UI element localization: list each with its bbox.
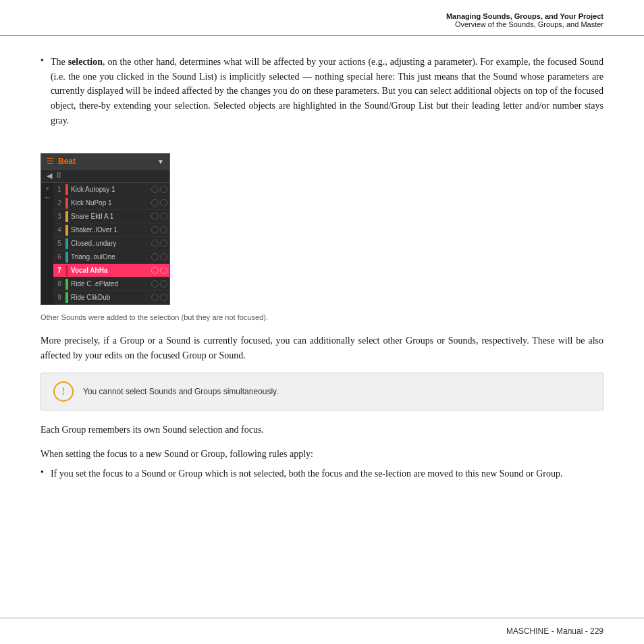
sound-name-1: Kick Autopsy 1 <box>71 186 151 193</box>
bullet1-text: The selection, on the other hand, determ… <box>51 55 603 128</box>
row-icons-8 <box>151 280 167 288</box>
solo-icon-1 <box>160 186 167 193</box>
row-icons-1 <box>151 186 167 193</box>
para2: Each Group remembers its own Sound selec… <box>41 423 603 437</box>
para1: More precisely, if a Group or a Sound is… <box>41 333 603 363</box>
wave-icon: 〜 <box>45 194 50 202</box>
sound-row-4[interactable]: 4 Shaker..lOver 1 <box>53 223 169 237</box>
row-number-3: 3 <box>53 213 65 220</box>
row-number-2: 2 <box>53 199 65 207</box>
solo-icon-6 <box>160 253 167 261</box>
mute-icon-8 <box>151 280 159 288</box>
header-subtitle: Overview of the Sounds, Groups, and Mast… <box>41 20 603 28</box>
page-footer: MASCHINE - Manual - 229 <box>0 618 644 644</box>
color-bar-5 <box>65 238 68 249</box>
sound-row-8[interactable]: 8 Ride C..ePlated <box>53 277 169 291</box>
row-icons-2 <box>151 199 167 207</box>
widget-title: Beat <box>58 157 76 166</box>
sound-row-6[interactable]: 6 Triang..oulOne <box>53 250 169 264</box>
color-bar-9 <box>65 292 68 303</box>
row-number-5: 5 <box>53 240 65 247</box>
widget-dropdown-arrow: ▼ <box>157 158 164 165</box>
mute-icon-7 <box>151 267 159 274</box>
sound-name-2: Kick NuPop 1 <box>71 199 151 207</box>
list-icon: ≡ <box>46 186 49 192</box>
grid-icon: ⠿ <box>56 171 61 180</box>
row-number-1: 1 <box>53 186 65 193</box>
row-icons-3 <box>151 213 167 220</box>
solo-icon-5 <box>160 240 167 247</box>
mute-icon-1 <box>151 186 159 193</box>
solo-icon-9 <box>160 294 167 301</box>
sound-row-1[interactable]: 1 Kick Autopsy 1 <box>53 183 169 196</box>
sound-row-3[interactable]: 3 Snare EktI A 1 <box>53 210 169 223</box>
sound-name-4: Shaker..lOver 1 <box>71 226 151 234</box>
solo-icon-2 <box>160 199 167 207</box>
row-icons-5 <box>151 240 167 247</box>
solo-icon-3 <box>160 213 167 220</box>
header-title: Managing Sounds, Groups, and Your Projec… <box>41 12 603 20</box>
bullet1-dot: • <box>41 55 44 128</box>
row-number-8: 8 <box>53 280 65 288</box>
sound-list-widget: ☰ Beat ▼ ◀ ⠿ ≡ 〜 <box>41 153 170 305</box>
widget-sidebar: ≡ 〜 <box>41 183 53 304</box>
color-bar-3 <box>65 211 68 222</box>
footer-text: MASCHINE - Manual - 229 <box>506 626 603 636</box>
solo-icon-7 <box>160 267 167 274</box>
mute-icon-3 <box>151 213 159 220</box>
sound-rows: 1 Kick Autopsy 1 2 Kick N <box>53 183 169 304</box>
hamburger-icon: ☰ <box>47 157 54 165</box>
page-container: Managing Sounds, Groups, and Your Projec… <box>0 0 644 644</box>
info-box: ! You cannot select Sounds and Groups si… <box>41 373 603 410</box>
bullet2-section: • If you set the focus to a Sound or Gro… <box>41 466 603 481</box>
para3: When setting the focus to a new Sound or… <box>41 447 603 462</box>
speaker-icon: ◀ <box>47 171 52 180</box>
sound-name-3: Snare EktI A 1 <box>71 213 151 220</box>
mute-icon-6 <box>151 253 159 261</box>
sound-name-7: Vocal AhHa <box>71 267 151 274</box>
color-bar-8 <box>65 279 68 290</box>
row-number-6: 6 <box>53 253 65 261</box>
row-icons-6 <box>151 253 167 261</box>
sound-name-5: Closed..undary <box>71 240 151 247</box>
bullet2-dot: • <box>41 467 44 481</box>
widget-header-left: ☰ Beat <box>47 157 76 166</box>
sound-name-9: Ride ClikDub <box>71 294 151 301</box>
color-bar-6 <box>65 252 68 263</box>
bullet2-text: If you set the focus to a Sound or Group… <box>51 466 563 481</box>
sound-row-2[interactable]: 2 Kick NuPop 1 <box>53 196 169 210</box>
page-header: Managing Sounds, Groups, and Your Projec… <box>0 0 644 36</box>
solo-icon-8 <box>160 280 167 288</box>
solo-icon-4 <box>160 226 167 234</box>
mute-icon-5 <box>151 240 159 247</box>
row-number-7: 7 <box>53 267 65 274</box>
sound-name-8: Ride C..ePlated <box>71 280 151 288</box>
sound-name-6: Triang..oulOne <box>71 253 151 261</box>
sound-row-5[interactable]: 5 Closed..undary <box>53 237 169 250</box>
screenshot-caption: Other Sounds were added to the selection… <box>41 313 603 321</box>
color-bar-2 <box>65 198 68 209</box>
mute-icon-9 <box>151 294 159 301</box>
row-icons-4 <box>151 226 167 234</box>
warning-icon: ! <box>53 381 74 402</box>
screenshot-container: ☰ Beat ▼ ◀ ⠿ ≡ 〜 <box>41 153 170 305</box>
color-bar-4 <box>65 225 68 236</box>
main-content: • The selection, on the other hand, dete… <box>0 36 644 495</box>
row-icons-7 <box>151 267 167 274</box>
color-bar-7 <box>65 265 68 276</box>
sound-row-7[interactable]: 7 Vocal AhHa <box>53 264 169 277</box>
widget-sidebar-area: ≡ 〜 1 Kick Autopsy 1 <box>41 183 169 304</box>
info-box-text: You cannot select Sounds and Groups simu… <box>83 387 279 396</box>
mute-icon-4 <box>151 226 159 234</box>
sound-row-9[interactable]: 9 Ride ClikDub <box>53 291 169 304</box>
selection-bold: selection <box>68 57 103 67</box>
mute-icon-2 <box>151 199 159 207</box>
row-number-9: 9 <box>53 294 65 301</box>
widget-toolbar: ◀ ⠿ <box>41 169 169 183</box>
widget-header: ☰ Beat ▼ <box>41 154 169 169</box>
row-icons-9 <box>151 294 167 301</box>
bullet1-section: • The selection, on the other hand, dete… <box>41 55 603 128</box>
color-bar-1 <box>65 184 68 195</box>
row-number-4: 4 <box>53 226 65 234</box>
